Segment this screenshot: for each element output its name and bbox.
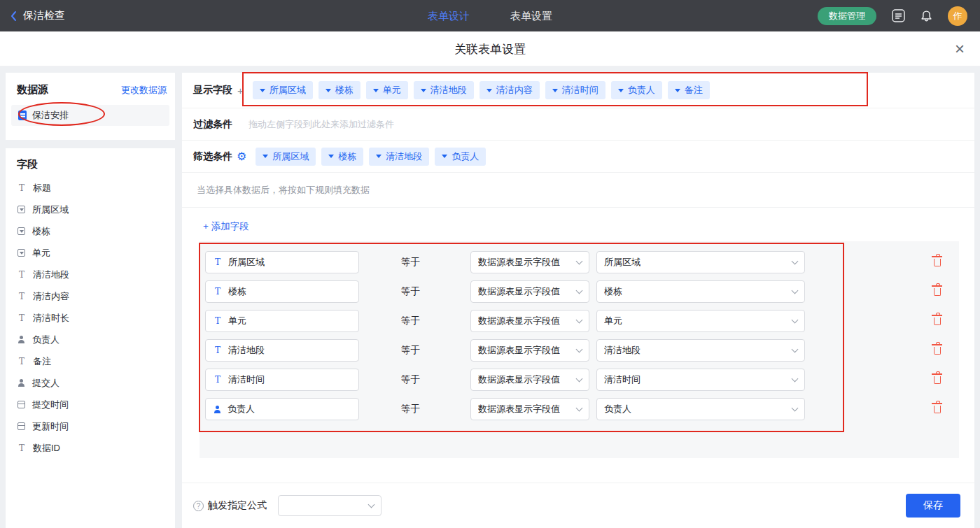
sidebar-field-item[interactable]: T标题 [6, 177, 175, 199]
trash-icon [934, 347, 941, 355]
rule-value-select[interactable]: 所属区域 [596, 251, 805, 273]
text-icon: T [214, 317, 222, 325]
rule-source-select[interactable]: 数据源表显示字段值 [470, 310, 589, 332]
display-field-tag[interactable]: 清洁地段 [414, 81, 474, 99]
rule-value-select[interactable]: 负责人 [596, 398, 805, 420]
formula-label: 触发指定公式 [208, 499, 267, 512]
rule-field-box[interactable]: T所属区域 [205, 251, 359, 273]
help-icon[interactable]: ? [193, 501, 204, 511]
chevron-down-icon [792, 316, 799, 323]
screen-field-tag-label: 负责人 [451, 150, 479, 163]
equals-label: 等于 [401, 315, 422, 327]
display-field-tag-label: 负责人 [628, 84, 655, 97]
screen-field-tag-label: 清洁地段 [386, 150, 422, 163]
change-datasource-link[interactable]: 更改数据源 [121, 84, 167, 97]
rule-field-label: 清洁地段 [228, 344, 265, 357]
rule-value-value: 负责人 [604, 403, 631, 415]
caret-down-icon [675, 89, 680, 92]
sidebar-field-item[interactable]: 更新时间 [6, 415, 175, 437]
back-button[interactable]: 保洁检查 [0, 9, 65, 22]
chevron-down-icon [792, 287, 799, 294]
rule-value-select[interactable]: 清洁时间 [596, 369, 805, 391]
display-field-tag[interactable]: 楼栋 [318, 81, 360, 99]
rule-value-select[interactable]: 单元 [596, 310, 805, 332]
tab-form-design[interactable]: 表单设计 [428, 0, 470, 31]
rule-field-box[interactable]: 负责人 [205, 398, 359, 420]
rule-field-box[interactable]: T楼栋 [205, 280, 359, 303]
sidebar-field-item[interactable]: 提交人 [6, 372, 175, 394]
select-icon [18, 249, 25, 257]
caret-down-icon [442, 155, 447, 158]
notification-bell-icon[interactable] [920, 10, 932, 22]
sidebar-field-item[interactable]: T清洁时长 [6, 307, 175, 329]
sidebar-field-label: 备注 [33, 355, 51, 368]
rule-value-value: 清洁地段 [604, 344, 640, 357]
date-icon [18, 401, 25, 408]
rule-value-select[interactable]: 楼栋 [596, 280, 805, 303]
delete-rule-button[interactable] [931, 285, 944, 299]
close-icon[interactable]: × [955, 41, 965, 57]
trash-icon [934, 376, 941, 384]
save-button[interactable]: 保存 [906, 494, 960, 518]
rule-source-select[interactable]: 数据源表显示字段值 [470, 369, 589, 391]
sidebar-field-item[interactable]: T备注 [6, 350, 175, 372]
text-icon: T [214, 258, 222, 266]
rule-field-box[interactable]: T清洁地段 [205, 339, 359, 362]
display-field-tag[interactable]: 备注 [668, 81, 710, 99]
rule-source-value: 数据源表显示字段值 [478, 344, 560, 357]
sidebar-field-item[interactable]: T清洁地段 [6, 264, 175, 285]
filter-drop-zone[interactable]: 拖动左侧字段到此处来添加过滤条件 [248, 118, 974, 131]
sidebar-field-item[interactable]: 单元 [6, 242, 175, 264]
rule-field-box[interactable]: T单元 [205, 310, 359, 332]
text-icon: T [18, 357, 26, 366]
display-field-tag-label: 备注 [685, 84, 703, 97]
fill-rule-hint-row: 当选择具体数据后，将按如下规则填充数据 [182, 173, 974, 208]
screen-field-tag[interactable]: 所属区域 [255, 148, 316, 166]
data-manage-button[interactable]: 数据管理 [818, 7, 876, 25]
trash-icon [934, 259, 941, 266]
sidebar-field-item[interactable]: T清洁内容 [6, 285, 175, 307]
sidebar-field-item[interactable]: 提交时间 [6, 394, 175, 415]
display-field-tag[interactable]: 清洁内容 [479, 81, 540, 99]
rule-value-select[interactable]: 清洁地段 [596, 339, 805, 362]
add-field-link[interactable]: + 添加字段 [203, 220, 249, 233]
main-footer: ? 触发指定公式 保存 [182, 483, 974, 528]
screen-field-tag[interactable]: 楼栋 [321, 148, 363, 166]
text-icon: T [214, 287, 222, 296]
screen-field-tag[interactable]: 清洁地段 [369, 148, 429, 166]
delete-rule-button[interactable] [931, 256, 944, 269]
display-field-tag[interactable]: 单元 [366, 81, 408, 99]
person-icon [18, 336, 25, 343]
back-label: 保洁检查 [23, 9, 65, 22]
display-field-tag[interactable]: 所属区域 [253, 81, 313, 99]
app-panel-icon[interactable] [892, 9, 905, 22]
rule-source-select[interactable]: 数据源表显示字段值 [470, 339, 589, 362]
rule-source-select[interactable]: 数据源表显示字段值 [470, 251, 589, 273]
delete-rule-button[interactable] [931, 373, 944, 387]
datasource-item[interactable]: 保洁安排 [11, 105, 169, 126]
screen-field-tag[interactable]: 负责人 [435, 148, 486, 166]
rule-source-select[interactable]: 数据源表显示字段值 [470, 398, 589, 420]
sidebar-field-item[interactable]: T数据ID [6, 437, 175, 459]
modal-title: 关联表单设置 [454, 41, 526, 57]
formula-select[interactable] [278, 495, 382, 516]
rule-field-box[interactable]: T清洁时间 [205, 369, 359, 391]
rule-value-value: 单元 [604, 315, 622, 327]
trash-icon [934, 288, 941, 296]
gear-icon[interactable] [237, 151, 246, 162]
caret-down-icon [328, 155, 334, 158]
delete-rule-button[interactable] [931, 344, 944, 357]
delete-rule-button[interactable] [931, 315, 944, 328]
display-field-tag[interactable]: 负责人 [611, 81, 662, 99]
add-display-field-button[interactable]: + [237, 85, 244, 97]
sidebar-field-item[interactable]: 负责人 [6, 329, 175, 350]
rule-source-select[interactable]: 数据源表显示字段值 [470, 280, 589, 303]
delete-rule-button[interactable] [931, 403, 944, 416]
fields-panel: 字段 T标题所属区域楼栋单元T清洁地段T清洁内容T清洁时长负责人T备注提交人提交… [6, 148, 175, 528]
user-avatar[interactable]: 作 [948, 6, 967, 26]
display-field-tag[interactable]: 清洁时间 [545, 81, 606, 99]
tab-form-settings[interactable]: 表单设置 [510, 0, 552, 31]
select-icon [18, 206, 25, 213]
sidebar-field-item[interactable]: 楼栋 [6, 220, 175, 242]
sidebar-field-item[interactable]: 所属区域 [6, 199, 175, 220]
